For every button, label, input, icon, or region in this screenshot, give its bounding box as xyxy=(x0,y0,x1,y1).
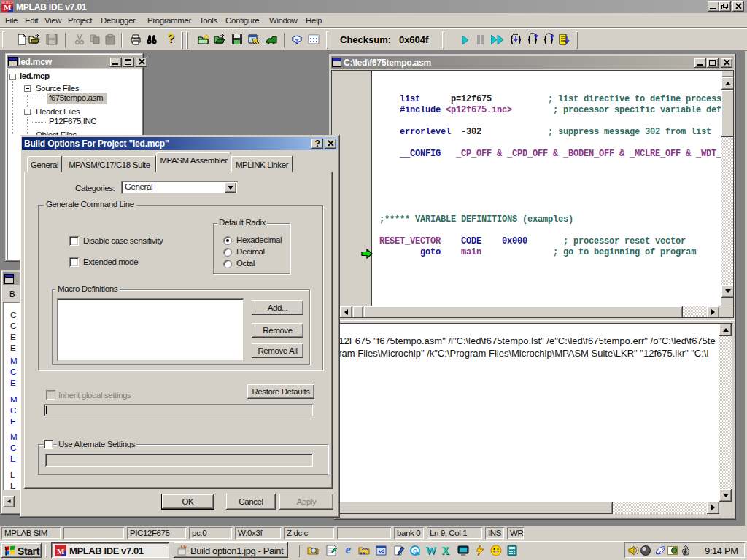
svg-text:∲: ∲ xyxy=(684,548,687,556)
svg-text:Q: Q xyxy=(413,548,417,554)
